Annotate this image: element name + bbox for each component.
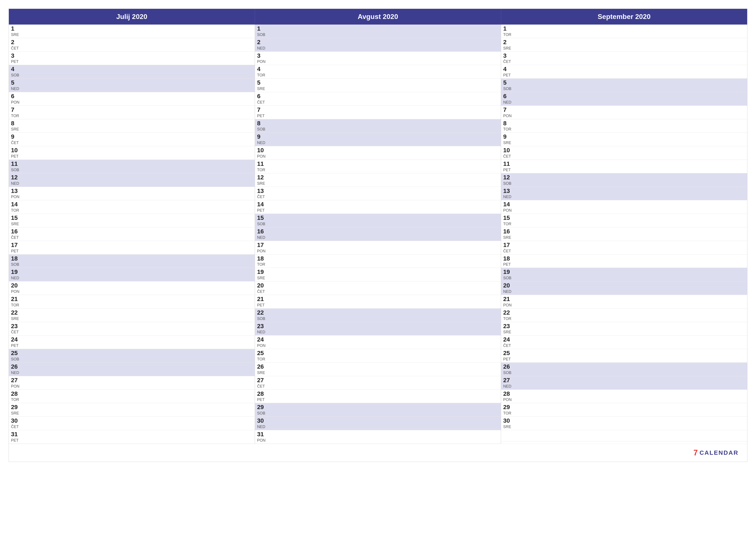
day-row: 19NED bbox=[9, 268, 255, 281]
day-row: 2NED bbox=[255, 38, 501, 52]
day-number: 31 bbox=[257, 431, 268, 438]
day-row: 25TOR bbox=[255, 349, 501, 363]
day-row: 31PON bbox=[255, 430, 501, 444]
day-row: 28PET bbox=[255, 390, 501, 403]
day-number: 21 bbox=[11, 296, 22, 302]
day-info: 28PET bbox=[257, 391, 268, 402]
day-number: 13 bbox=[11, 188, 22, 194]
day-row: 18PET bbox=[501, 255, 747, 268]
day-name: PON bbox=[503, 208, 514, 213]
day-info: 23SRE bbox=[503, 323, 514, 335]
day-row: 10PET bbox=[9, 146, 255, 160]
day-number: 29 bbox=[11, 404, 22, 411]
day-name: SOB bbox=[257, 317, 268, 321]
day-name: SOB bbox=[11, 357, 22, 362]
day-row: 26SOB bbox=[501, 363, 747, 376]
day-name: NED bbox=[11, 87, 22, 91]
day-info: 10PET bbox=[11, 147, 22, 159]
day-info: 3PON bbox=[257, 53, 268, 64]
day-info: 2SRE bbox=[503, 39, 514, 51]
day-info: 18SOB bbox=[11, 255, 22, 267]
day-row: 8SOB bbox=[255, 119, 501, 133]
day-name: ČET bbox=[257, 100, 268, 105]
day-name: SOB bbox=[503, 87, 514, 91]
day-row: 23ČET bbox=[9, 322, 255, 336]
day-row: 7TOR bbox=[9, 106, 255, 119]
day-info: 21TOR bbox=[11, 296, 22, 308]
day-info: 9SRE bbox=[503, 134, 514, 145]
day-name: TOR bbox=[257, 73, 268, 78]
day-row: 24PON bbox=[255, 336, 501, 349]
day-info: 26SRE bbox=[257, 364, 268, 375]
day-row: 29SRE bbox=[9, 403, 255, 417]
day-number: 5 bbox=[503, 79, 514, 86]
day-info: 7TOR bbox=[11, 107, 22, 118]
day-info: 2NED bbox=[257, 39, 268, 51]
day-number: 30 bbox=[11, 418, 22, 424]
day-number: 23 bbox=[11, 323, 22, 330]
day-name: ČET bbox=[11, 425, 22, 429]
day-row: 11SOB bbox=[9, 160, 255, 173]
day-number: 29 bbox=[503, 404, 514, 411]
day-row: 20ČET bbox=[255, 281, 501, 295]
day-name: TOR bbox=[503, 33, 514, 37]
calendar-header: Julij 2020 Avgust 2020 September 2020 bbox=[9, 9, 747, 25]
day-name: SRE bbox=[11, 411, 22, 416]
day-name: PET bbox=[11, 249, 22, 253]
day-info: 7PET bbox=[257, 107, 268, 118]
day-info: 15TOR bbox=[503, 215, 514, 226]
day-number: 16 bbox=[11, 228, 22, 235]
day-number: 23 bbox=[257, 323, 268, 330]
day-number: 26 bbox=[257, 364, 268, 370]
day-name: TOR bbox=[503, 222, 514, 226]
day-number: 12 bbox=[257, 174, 268, 181]
day-name: ČET bbox=[11, 235, 22, 240]
day-row: 7PON bbox=[501, 106, 747, 119]
day-number: 20 bbox=[503, 282, 514, 289]
day-name: SRE bbox=[257, 87, 268, 91]
day-info: 16NED bbox=[257, 228, 268, 240]
day-info: 18TOR bbox=[257, 255, 268, 267]
day-name: ČET bbox=[11, 330, 22, 334]
day-name: NED bbox=[503, 100, 514, 105]
day-name: PON bbox=[503, 397, 514, 402]
day-name: TOR bbox=[503, 317, 514, 321]
day-name: SRE bbox=[503, 46, 514, 51]
day-info: 31PET bbox=[11, 431, 22, 443]
day-number: 8 bbox=[11, 120, 22, 127]
day-info: 14PET bbox=[257, 201, 268, 213]
day-info: 8SRE bbox=[11, 120, 22, 132]
day-number: 27 bbox=[503, 377, 514, 384]
day-name: PET bbox=[257, 303, 268, 308]
day-row: 8TOR bbox=[501, 119, 747, 133]
day-row: 1TOR bbox=[501, 25, 747, 38]
day-info: 25SOB bbox=[11, 350, 22, 362]
day-info: 8SOB bbox=[257, 120, 268, 132]
day-name: SRE bbox=[503, 330, 514, 334]
day-info: 20ČET bbox=[257, 282, 268, 294]
day-name: NED bbox=[11, 181, 22, 186]
day-info: 11TOR bbox=[257, 161, 268, 172]
day-name: PON bbox=[11, 100, 22, 105]
day-number: 25 bbox=[257, 350, 268, 357]
day-number: 21 bbox=[503, 296, 514, 302]
day-row: 18TOR bbox=[255, 255, 501, 268]
day-row: 1SOB bbox=[255, 25, 501, 38]
day-name: NED bbox=[503, 384, 514, 389]
day-name: SOB bbox=[257, 127, 268, 132]
day-row: 2SRE bbox=[501, 38, 747, 52]
day-info: 6PON bbox=[11, 93, 22, 105]
day-row: 3ČET bbox=[501, 52, 747, 65]
day-row: 9SRE bbox=[501, 133, 747, 146]
day-number: 7 bbox=[503, 107, 514, 113]
day-row: 12NED bbox=[9, 173, 255, 187]
day-row: 18SOB bbox=[9, 255, 255, 268]
day-row: 6PON bbox=[9, 92, 255, 106]
day-row: 17PON bbox=[255, 241, 501, 255]
day-info: 12NED bbox=[11, 174, 22, 186]
day-name: PET bbox=[257, 397, 268, 402]
day-row: 5NED bbox=[9, 79, 255, 92]
day-info: 20PON bbox=[11, 282, 22, 294]
day-name: SRE bbox=[503, 235, 514, 240]
day-info: 29SOB bbox=[257, 404, 268, 416]
